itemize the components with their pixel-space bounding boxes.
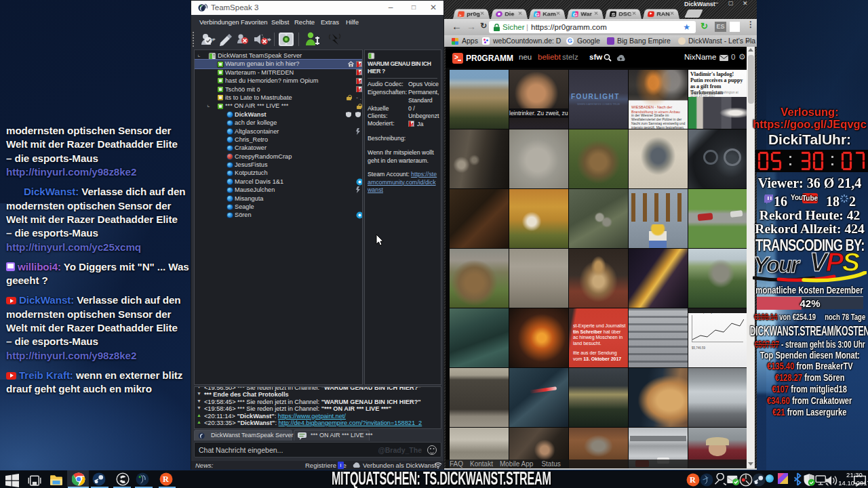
svg-text:R: R [690, 475, 696, 485]
svg-text:R: R [163, 474, 169, 484]
